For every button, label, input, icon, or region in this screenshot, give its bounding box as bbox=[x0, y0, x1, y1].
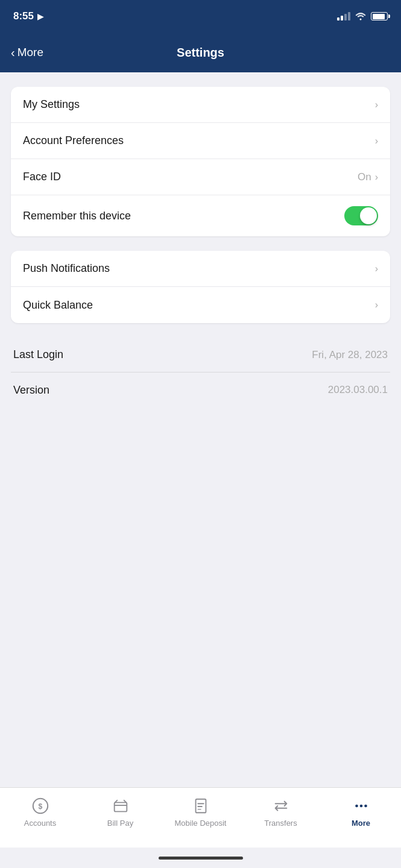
settings-group-1: My Settings › Account Preferences › Face… bbox=[11, 87, 390, 236]
face-id-label: Face ID bbox=[23, 171, 61, 183]
quick-balance-right: › bbox=[375, 300, 378, 310]
tab-transfers[interactable]: Transfers bbox=[241, 794, 321, 828]
page-title: Settings bbox=[177, 46, 224, 60]
svg-point-6 bbox=[364, 805, 367, 808]
settings-group-2: Push Notifications › Quick Balance › bbox=[11, 251, 390, 323]
last-login-row: Last Login Fri, Apr 28, 2023 bbox=[11, 338, 390, 373]
face-id-right: On › bbox=[358, 171, 378, 183]
quick-balance-row[interactable]: Quick Balance › bbox=[11, 287, 390, 323]
back-button[interactable]: ‹ More bbox=[11, 46, 43, 59]
accounts-icon: $ bbox=[31, 796, 50, 816]
nav-bar: ‹ More Settings bbox=[0, 33, 401, 72]
push-notifications-row[interactable]: Push Notifications › bbox=[11, 251, 390, 287]
info-group: Last Login Fri, Apr 28, 2023 Version 202… bbox=[11, 338, 390, 407]
svg-point-4 bbox=[355, 805, 358, 808]
tab-bar: $ Accounts Bill Pay Mobile Deposit bbox=[0, 787, 401, 848]
remember-device-label: Remember this device bbox=[23, 210, 131, 222]
svg-rect-2 bbox=[114, 802, 127, 811]
last-login-value: Fri, Apr 28, 2023 bbox=[312, 349, 388, 361]
last-login-label: Last Login bbox=[13, 348, 63, 361]
chevron-right-icon: › bbox=[375, 300, 378, 310]
my-settings-row[interactable]: My Settings › bbox=[11, 87, 390, 123]
remember-device-row[interactable]: Remember this device bbox=[11, 195, 390, 236]
account-preferences-label: Account Preferences bbox=[23, 134, 124, 147]
tab-more[interactable]: More bbox=[321, 794, 401, 828]
chevron-right-icon: › bbox=[375, 99, 378, 110]
status-bar: 8:55 ▶ bbox=[0, 0, 401, 33]
wifi-icon bbox=[355, 12, 366, 20]
home-bar bbox=[159, 857, 243, 860]
chevron-right-icon: › bbox=[375, 172, 378, 183]
push-notifications-label: Push Notifications bbox=[23, 262, 110, 275]
status-left: 8:55 ▶ bbox=[13, 10, 43, 22]
mobile-deposit-icon bbox=[191, 796, 210, 816]
remember-device-toggle[interactable] bbox=[344, 206, 378, 225]
version-value: 2023.03.00.1 bbox=[328, 384, 388, 396]
account-preferences-row[interactable]: Account Preferences › bbox=[11, 123, 390, 159]
my-settings-label: My Settings bbox=[23, 98, 80, 111]
back-label: More bbox=[17, 46, 43, 59]
home-indicator bbox=[0, 848, 401, 868]
main-content: My Settings › Account Preferences › Face… bbox=[0, 72, 401, 787]
tab-accounts-label: Accounts bbox=[24, 819, 56, 828]
status-right bbox=[337, 12, 388, 20]
chevron-right-icon: › bbox=[375, 136, 378, 146]
signal-icon bbox=[337, 12, 350, 20]
battery-icon bbox=[371, 12, 388, 20]
tab-accounts[interactable]: $ Accounts bbox=[0, 794, 80, 828]
account-preferences-right: › bbox=[375, 136, 378, 146]
version-row: Version 2023.03.00.1 bbox=[11, 373, 390, 407]
toggle-knob bbox=[360, 207, 377, 224]
location-arrow-icon: ▶ bbox=[37, 12, 43, 21]
face-id-value: On bbox=[358, 171, 371, 183]
chevron-right-icon: › bbox=[375, 263, 378, 274]
tab-bill-pay[interactable]: Bill Pay bbox=[80, 794, 160, 828]
version-label: Version bbox=[13, 384, 49, 397]
tab-more-label: More bbox=[352, 819, 370, 828]
svg-point-5 bbox=[359, 805, 362, 808]
tab-bill-pay-label: Bill Pay bbox=[107, 819, 133, 828]
tab-transfers-label: Transfers bbox=[264, 819, 297, 828]
tab-mobile-deposit-label: Mobile Deposit bbox=[175, 819, 227, 828]
face-id-row[interactable]: Face ID On › bbox=[11, 159, 390, 195]
my-settings-right: › bbox=[375, 99, 378, 110]
back-chevron-icon: ‹ bbox=[11, 46, 15, 58]
tab-mobile-deposit[interactable]: Mobile Deposit bbox=[160, 794, 241, 828]
quick-balance-label: Quick Balance bbox=[23, 299, 93, 312]
transfers-icon bbox=[271, 796, 291, 816]
svg-text:$: $ bbox=[38, 802, 42, 811]
time-display: 8:55 bbox=[13, 10, 34, 22]
bill-pay-icon bbox=[111, 796, 130, 816]
push-notifications-right: › bbox=[375, 263, 378, 274]
more-icon bbox=[352, 796, 371, 816]
